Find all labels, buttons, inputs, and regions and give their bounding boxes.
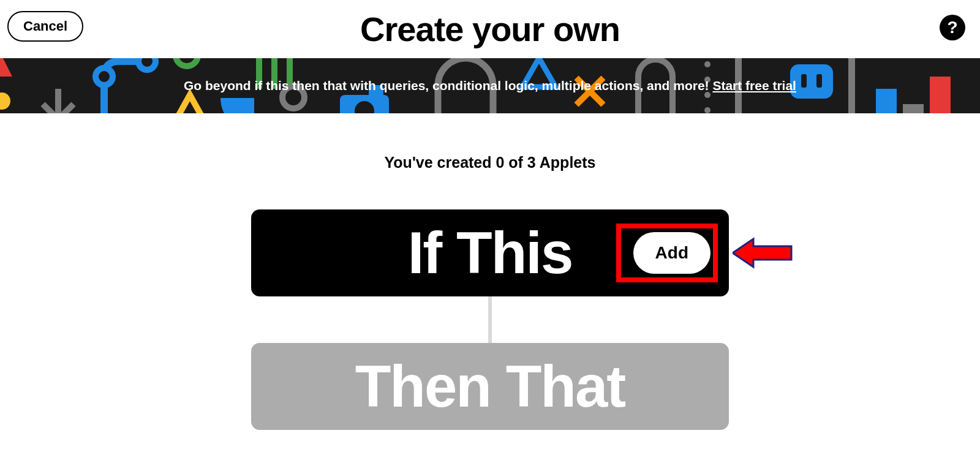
promo-text-before: Go beyond if this then that with queries… bbox=[184, 78, 712, 92]
cancel-button[interactable]: Cancel bbox=[7, 11, 83, 42]
if-this-label: If This bbox=[408, 219, 573, 287]
plug-blue-icon bbox=[790, 64, 833, 99]
svg-rect-19 bbox=[801, 74, 807, 88]
circle-green-icon bbox=[172, 58, 202, 70]
svg-rect-20 bbox=[816, 74, 822, 88]
arrowdown-grey-icon bbox=[37, 89, 80, 113]
svg-point-13 bbox=[704, 61, 710, 67]
vline-grey2-icon bbox=[848, 58, 855, 113]
svg-point-4 bbox=[176, 58, 198, 66]
svg-point-16 bbox=[704, 107, 710, 113]
connector-line bbox=[488, 296, 492, 343]
annotation-arrow-icon bbox=[733, 236, 794, 269]
triangle-red-icon bbox=[0, 58, 12, 77]
applet-counter: You've created 0 of 3 Applets bbox=[0, 154, 980, 171]
svg-rect-23 bbox=[903, 104, 924, 113]
svg-rect-18 bbox=[790, 64, 833, 99]
cards-wrap: If This Add Then That bbox=[0, 209, 980, 430]
svg-rect-24 bbox=[930, 77, 951, 113]
then-that-card: Then That bbox=[251, 343, 729, 430]
branch-blue-icon bbox=[92, 58, 159, 113]
svg-rect-21 bbox=[848, 58, 855, 113]
svg-marker-0 bbox=[0, 58, 12, 77]
svg-marker-26 bbox=[733, 239, 791, 267]
promo-text: Go beyond if this then that with queries… bbox=[184, 78, 796, 93]
page-title: Create your own bbox=[360, 9, 620, 49]
promo-banner: Go beyond if this then that with queries… bbox=[0, 58, 980, 113]
svg-rect-22 bbox=[876, 89, 897, 113]
add-button[interactable]: Add bbox=[633, 232, 710, 274]
svg-point-2 bbox=[138, 58, 156, 70]
start-trial-link[interactable]: Start free trial bbox=[712, 78, 796, 92]
dot-yellow-icon bbox=[0, 92, 11, 110]
help-icon[interactable]: ? bbox=[940, 15, 965, 40]
svg-point-1 bbox=[96, 68, 113, 85]
if-this-card[interactable]: If This Add bbox=[251, 209, 729, 296]
svg-marker-3 bbox=[175, 95, 205, 113]
then-that-label: Then That bbox=[355, 353, 625, 420]
header: Cancel Create your own ? bbox=[0, 0, 980, 58]
svg-point-25 bbox=[0, 92, 10, 110]
barchart-icon bbox=[870, 77, 956, 113]
